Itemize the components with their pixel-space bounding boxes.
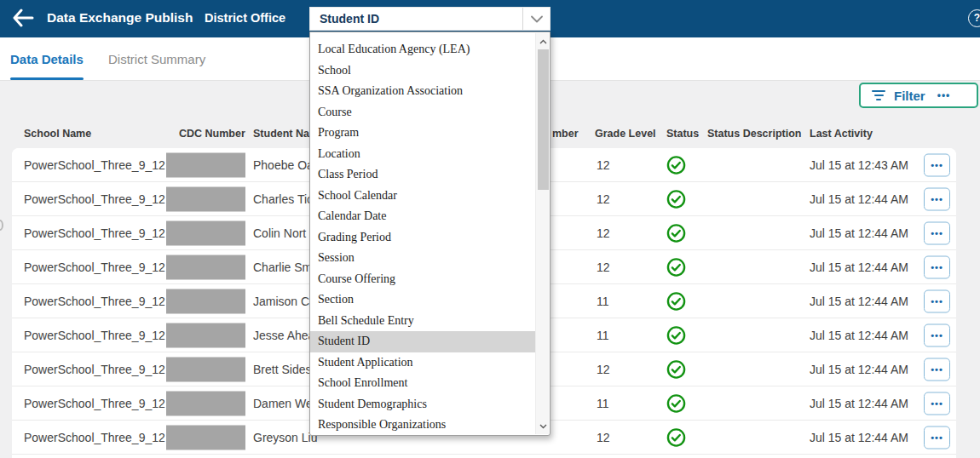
row-actions-button[interactable]: •••: [924, 426, 950, 449]
filter-label[interactable]: Filter: [894, 89, 925, 103]
dropdown-option[interactable]: Local Education Agency (LEA): [310, 39, 535, 60]
last-activity-cell: Jul 15 at 12:44 AM: [810, 363, 908, 376]
dropdown-option[interactable]: Student Application: [310, 352, 535, 374]
row-actions-button[interactable]: •••: [924, 255, 950, 278]
dropdown-option[interactable]: School: [310, 60, 535, 82]
dropdown-option[interactable]: Location: [310, 144, 535, 165]
dropdown-option[interactable]: School Enrollment: [310, 373, 535, 394]
column-header-cdc-number: CDC Number: [179, 128, 245, 140]
dropdown-option[interactable]: Grading Period: [310, 227, 535, 249]
dropdown-option[interactable]: Section: [310, 289, 535, 311]
status-check-circle-icon: [666, 223, 686, 243]
entity-dropdown-list: Local Education Agency (LEA) School SSA …: [309, 31, 551, 436]
tab-data-details[interactable]: Data Details: [10, 37, 84, 80]
dropdown-scrollbar[interactable]: [535, 33, 549, 434]
dropdown-option[interactable]: SSA Organization Association: [310, 81, 535, 102]
row-actions-button[interactable]: •••: [924, 392, 950, 415]
row-actions-button[interactable]: •••: [924, 187, 950, 210]
student-name-cell: Greyson Liu: [253, 431, 317, 444]
student-name-cell: Damen We: [253, 397, 313, 410]
dropdown-option[interactable]: Bell Schedule Entry: [310, 311, 535, 332]
status-check-circle-icon: [666, 393, 686, 413]
cdc-number-redacted: [166, 391, 245, 415]
row-actions-button[interactable]: •••: [924, 289, 950, 312]
dropdown-option[interactable]: Session: [310, 248, 535, 269]
column-header-number-partial: mber: [552, 128, 579, 140]
status-check-circle-icon: [666, 427, 686, 447]
column-header-school-name: School Name: [24, 128, 91, 140]
school-name-cell: PowerSchool_Three_9_12: [24, 158, 165, 172]
filter-button[interactable]: Filter •••: [859, 83, 978, 108]
status-check-circle-icon: [666, 359, 686, 379]
cdc-number-redacted: [166, 255, 245, 279]
entity-select[interactable]: Student ID: [309, 7, 551, 31]
column-header-status: Status: [666, 128, 699, 140]
student-name-cell: Charlie Sm: [253, 260, 312, 274]
row-actions-button[interactable]: •••: [924, 221, 950, 244]
school-name-cell: PowerSchool_Three_9_12: [24, 192, 165, 206]
grade-level-cell: 11: [597, 329, 609, 342]
school-name-cell: PowerSchool_Three_9_12: [24, 329, 165, 342]
help-icon[interactable]: ?: [968, 9, 980, 27]
row-actions-button[interactable]: •••: [924, 358, 950, 381]
status-check-circle-icon: [666, 155, 686, 175]
dropdown-option[interactable]: Class Period: [310, 164, 535, 186]
column-header-status-description: Status Description: [707, 128, 801, 140]
cdc-number-redacted: [166, 323, 245, 347]
dropdown-option[interactable]: School Calendar: [310, 186, 535, 207]
last-activity-cell: Jul 15 at 12:44 AM: [810, 226, 908, 240]
grade-level-cell: 11: [597, 397, 609, 410]
status-check-circle-icon: [666, 291, 686, 311]
student-name-cell: Jamison Ch: [253, 295, 316, 308]
dropdown-option[interactable]: Course: [310, 102, 535, 123]
grade-level-cell: 12: [597, 192, 610, 206]
dropdown-option-selected[interactable]: Student ID: [310, 331, 535, 352]
scroll-down-icon[interactable]: [536, 420, 550, 432]
school-name-cell: PowerSchool_Three_9_12: [24, 363, 165, 376]
dropdown-option[interactable]: Student Demographics: [310, 394, 535, 415]
cdc-number-redacted: [166, 289, 245, 313]
cdc-number-redacted: [166, 220, 245, 245]
status-check-circle-icon: [666, 257, 686, 277]
filter-icon: [872, 90, 885, 101]
school-name-cell: PowerSchool_Three_9_12: [24, 431, 165, 444]
tab-district-summary[interactable]: District Summary: [108, 37, 205, 80]
cdc-number-redacted: [166, 186, 245, 211]
student-name-cell: Brett Sides: [253, 363, 311, 376]
back-arrow-icon[interactable]: [10, 8, 36, 30]
column-header-last-activity: Last Activity: [810, 128, 873, 140]
school-name-cell: PowerSchool_Three_9_12: [24, 260, 165, 274]
last-activity-cell: Jul 15 at 12:44 AM: [810, 192, 908, 206]
student-name-cell: Phoebe Oa: [253, 158, 314, 172]
grade-level-cell: 12: [597, 158, 610, 172]
row-actions-button[interactable]: •••: [924, 153, 950, 176]
student-name-cell: Colin Nort: [253, 226, 306, 240]
row-actions-button[interactable]: •••: [924, 323, 950, 346]
school-name-cell: PowerSchool_Three_9_12: [24, 397, 165, 410]
grade-level-cell: 12: [597, 260, 610, 274]
dropdown-option[interactable]: Responsible Organizations: [310, 415, 535, 436]
last-activity-cell: Jul 15 at 12:44 AM: [810, 397, 908, 410]
school-name-cell: PowerSchool_Three_9_12: [24, 295, 165, 308]
last-activity-cell: Jul 15 at 12:44 AM: [810, 329, 908, 342]
dropdown-option[interactable]: Program: [310, 123, 535, 144]
column-header-grade-level: Grade Level: [595, 128, 656, 140]
grade-level-cell: 12: [597, 431, 610, 444]
cdc-number-redacted: [166, 152, 245, 177]
filter-more-button[interactable]: •••: [937, 89, 951, 101]
chevron-down-icon[interactable]: [523, 15, 550, 23]
student-name-cell: Jesse Ahea: [253, 329, 314, 342]
last-activity-cell: Jul 15 at 12:44 AM: [810, 431, 908, 444]
page-title: Data Exchange Publish: [47, 10, 193, 26]
status-check-circle-icon: [666, 189, 686, 209]
dropdown-option[interactable]: Course Offering: [310, 269, 535, 290]
cdc-number-redacted: [166, 425, 245, 449]
dropdown-options: Local Education Agency (LEA) School SSA …: [310, 39, 535, 436]
scroll-up-icon[interactable]: [536, 35, 550, 48]
entity-select-value: Student ID: [310, 12, 522, 26]
grade-level-cell: 11: [597, 295, 609, 308]
scrollbar-thumb[interactable]: [538, 49, 549, 190]
dropdown-option[interactable]: Calendar Date: [310, 206, 535, 227]
status-check-circle-icon: [666, 325, 686, 345]
last-activity-cell: Jul 15 at 12:43 AM: [810, 158, 908, 172]
